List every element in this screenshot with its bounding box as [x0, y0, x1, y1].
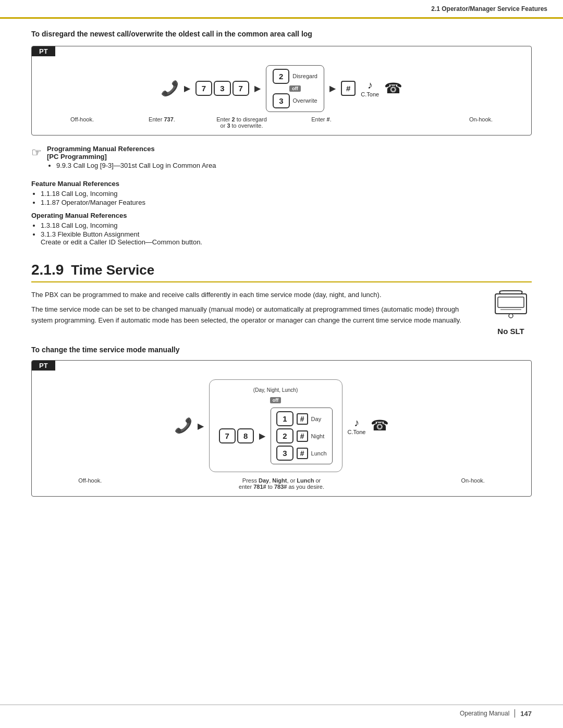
- outer-choice-box: (Day, Night, Lunch) off 7 8 ▶ 1: [209, 379, 342, 472]
- caption-737: Enter 737.: [122, 116, 202, 122]
- key-group-78: 7 8: [219, 428, 254, 443]
- onhook-phone-group-1: ☎: [384, 81, 402, 96]
- operating-ref-item-2: 3.1.3 Flexible Button AssignmentCreate o…: [41, 230, 532, 246]
- arrow-5: ▶: [259, 431, 265, 441]
- onhook-phone-icon-1: ☎: [384, 81, 402, 96]
- programming-ref-content: Programming Manual References [PC Progra…: [47, 145, 216, 170]
- choice-row-disregard: 2 Disregard: [273, 69, 317, 84]
- time-diagram-row: 📞 ▶ (Day, Night, Lunch) off 7 8 ▶: [42, 379, 521, 472]
- no-slt-label: No SLT: [497, 327, 524, 336]
- choice-row-lunch: 3 # Lunch: [276, 446, 326, 461]
- musical-note-icon: ♪: [368, 79, 373, 91]
- caption-row-2: Off-hook. Press Day, Night, or Lunch ore…: [42, 477, 521, 490]
- diagram-row-1: 📞 ▶ 7 3 7 ▶ 2 Disregard off 3: [42, 65, 521, 112]
- key-3: 3: [214, 81, 230, 96]
- intro-p2: The time service mode can be set to be c…: [31, 304, 480, 326]
- header-bar: 2.1 Operator/Manager Service Features: [0, 0, 563, 19]
- references-section: ☞ Programming Manual References [PC Prog…: [31, 145, 532, 170]
- diagram-box-2: PT 📞 ▶ (Day, Night, Lunch) off 7 8: [31, 360, 532, 497]
- intro-text: The PBX can be programmed to make and re…: [31, 290, 480, 336]
- key-group-737: 7 3 7: [195, 81, 249, 96]
- night-label: Night: [311, 433, 325, 439]
- feature-ref-section: Feature Manual References 1.1.18 Call Lo…: [31, 180, 532, 206]
- hash-box: #: [341, 81, 356, 96]
- key-2-night: 2: [276, 428, 293, 443]
- footer-label: Operating Manual: [460, 710, 509, 717]
- ctone-group-1: ♪ C.Tone: [361, 79, 379, 97]
- footer-divider: [515, 709, 515, 718]
- musical-note-icon-2: ♪: [354, 417, 359, 429]
- diagram-box-1: PT 📞 ▶ 7 3 7 ▶ 2 Disregard of: [31, 46, 532, 135]
- onhook-phone-group-2: ☎: [371, 418, 389, 433]
- intro-p1: The PBX can be programmed to make and re…: [31, 290, 480, 301]
- overwrite-label: Overwrite: [293, 97, 317, 104]
- choice-row-day: 1 # Day: [276, 411, 326, 426]
- caption-offhook: Off-hook.: [42, 116, 122, 122]
- programming-ref-list: 9.9.3 Call Log [9-3]—301st Call Log in C…: [56, 162, 216, 169]
- footer: Operating Manual 147: [0, 705, 563, 718]
- day-night-lunch-top-label: (Day, Night, Lunch): [253, 387, 298, 393]
- offhook-phone-icon: 📞: [161, 81, 179, 96]
- choice-row-night: 2 # Night: [276, 428, 326, 443]
- day-label: Day: [311, 416, 322, 422]
- key-2-disregard: 2: [273, 69, 289, 84]
- offhook-phone-group-2: 📞: [174, 418, 192, 433]
- choice-row-overwrite: 3 Overwrite: [273, 93, 317, 108]
- caption-offhook-2: Off-hook.: [42, 477, 138, 484]
- arrow-3: ▶: [329, 83, 336, 93]
- pointing-hand-icon: ☞: [31, 146, 42, 159]
- key-8-time: 8: [237, 428, 254, 443]
- section-219-header: 2.1.9 Time Service: [31, 262, 532, 282]
- programming-ref-subtitle: [PC Programming]: [47, 153, 216, 161]
- key-1-day: 1: [276, 411, 293, 426]
- main-content: To disregard the newest call/overwrite t…: [31, 19, 532, 506]
- key-3-overwrite: 3: [273, 93, 289, 108]
- ctone-label-1: C.Tone: [361, 91, 379, 97]
- arrow-1: ▶: [184, 83, 190, 93]
- arrow-2: ▶: [254, 83, 261, 93]
- feature-ref-title: Feature Manual References: [31, 180, 532, 188]
- header-title: 2.1 Operator/Manager Service Features: [431, 5, 547, 13]
- section-title-text: Time Service: [71, 262, 154, 278]
- programming-ref-item-1: 9.9.3 Call Log [9-3]—301st Call Log in C…: [56, 162, 216, 169]
- caption-disregard-overwrite: Enter 2 to disregardor 3 to overwrite.: [202, 116, 282, 129]
- feature-ref-list: 1.1.18 Call Log, Incoming 1.1.87 Operato…: [41, 190, 532, 206]
- arrow-4: ▶: [198, 421, 204, 431]
- caption-onhook-2: On-hook.: [425, 477, 521, 484]
- time-service-heading: To change the time service mode manually: [31, 345, 532, 355]
- no-slt-phone-icon: [493, 290, 529, 325]
- key-7b: 7: [232, 81, 249, 96]
- feature-ref-item-1: 1.1.18 Call Log, Incoming: [41, 190, 532, 198]
- off-indicator: off: [289, 85, 301, 92]
- svg-rect-1: [498, 297, 524, 307]
- programming-ref-title: Programming Manual References: [47, 145, 216, 153]
- offhook-phone-icon-2: 📞: [174, 418, 192, 433]
- hash-night: #: [297, 430, 308, 442]
- lunch-label: Lunch: [311, 450, 327, 456]
- section-number: 2.1.9: [31, 262, 64, 278]
- footer-page: 147: [520, 710, 532, 718]
- intro-section: The PBX can be programmed to make and re…: [31, 290, 532, 336]
- svg-point-2: [509, 314, 513, 318]
- ctone-group-2: ♪ C.Tone: [348, 417, 366, 435]
- off-badge-time: off: [270, 397, 282, 403]
- no-slt-phone-svg: [493, 290, 529, 321]
- ctone-label-2: C.Tone: [348, 429, 366, 435]
- operating-ref-list: 1.3.18 Call Log, Incoming 3.1.3 Flexible…: [41, 221, 532, 246]
- offhook-phone-group: 📞: [161, 81, 179, 96]
- caption-hash: Enter #.: [282, 116, 361, 122]
- caption-onhook-1: On-hook.: [441, 116, 521, 122]
- section-title-row: 2.1.9 Time Service: [31, 262, 532, 282]
- caption-row-1: Off-hook. Enter 737. Enter 2 to disregar…: [42, 116, 521, 129]
- programming-ref-block: ☞ Programming Manual References [PC Prog…: [31, 145, 532, 170]
- disregard-label: Disregard: [292, 73, 317, 79]
- choice-box-disregard-overwrite: 2 Disregard off 3 Overwrite: [266, 65, 324, 112]
- top-section-heading: To disregard the newest call/overwrite t…: [31, 29, 532, 40]
- key-7-time: 7: [219, 428, 236, 443]
- pt-label-2: PT: [32, 361, 55, 371]
- inner-row: 7 8 ▶ 1 # Day 2 #: [219, 408, 333, 464]
- pt-label-1: PT: [32, 46, 55, 56]
- operating-ref-item-1: 1.3.18 Call Log, Incoming: [41, 221, 532, 229]
- operating-ref-title: Operating Manual References: [31, 212, 532, 219]
- onhook-phone-icon-2: ☎: [371, 418, 389, 433]
